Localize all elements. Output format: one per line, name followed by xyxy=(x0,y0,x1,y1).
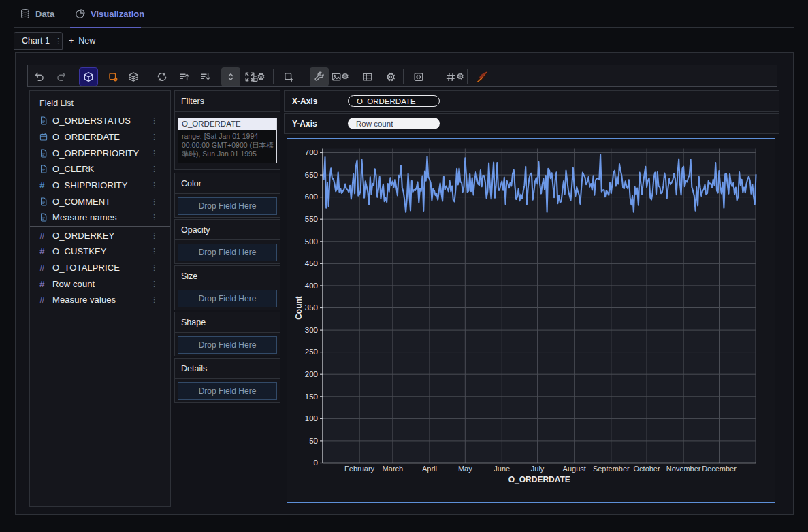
svg-text:December: December xyxy=(702,465,737,473)
svg-text:600: 600 xyxy=(305,193,318,201)
svg-text:April: April xyxy=(422,465,437,473)
svg-text:0: 0 xyxy=(314,459,318,467)
svg-text:500: 500 xyxy=(305,237,318,246)
svg-text:200: 200 xyxy=(305,370,318,378)
svg-text:300: 300 xyxy=(305,326,318,334)
svg-text:50: 50 xyxy=(309,437,318,445)
svg-text:August: August xyxy=(563,465,586,473)
svg-text:May: May xyxy=(458,465,472,473)
svg-text:250: 250 xyxy=(305,348,318,356)
svg-text:400: 400 xyxy=(305,282,318,290)
svg-text:100: 100 xyxy=(305,414,318,422)
svg-text:350: 350 xyxy=(305,303,318,312)
svg-text:Count: Count xyxy=(294,296,304,320)
svg-text:February: February xyxy=(344,465,375,473)
svg-text:150: 150 xyxy=(305,393,318,401)
svg-text:450: 450 xyxy=(305,259,318,267)
svg-text:October: October xyxy=(634,465,660,473)
svg-text:550: 550 xyxy=(305,215,318,223)
svg-text:700: 700 xyxy=(305,148,318,156)
svg-text:November: November xyxy=(666,465,701,473)
svg-text:O_ORDERDATE: O_ORDERDATE xyxy=(508,475,570,484)
svg-text:June: June xyxy=(494,465,510,473)
svg-text:September: September xyxy=(593,465,630,473)
svg-text:March: March xyxy=(383,465,404,473)
svg-text:650: 650 xyxy=(305,171,318,179)
svg-text:July: July xyxy=(531,465,545,473)
